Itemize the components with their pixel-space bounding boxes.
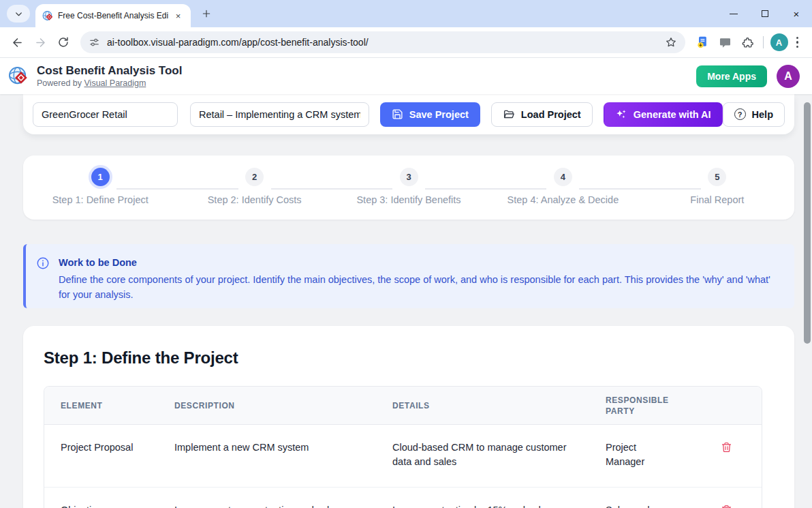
browser-window: Free Cost-Benefit Analysis Edito × × ai-… [0,0,812,508]
col-header-actions [691,399,762,413]
step-3-label: Step 3: Identify Benefits [356,194,460,205]
back-button[interactable] [5,31,29,54]
project-toolbar: Save Project Load Project Generate with … [23,94,794,134]
generate-with-ai-button[interactable]: Generate with AI [604,102,723,127]
step-2-label: Step 2: Identify Costs [208,194,302,205]
site-settings-icon[interactable] [89,37,100,48]
cell-responsible-party[interactable]: Project Manager [589,425,691,485]
browser-profile-avatar[interactable]: A [770,33,788,51]
trash-icon [721,504,732,508]
page-scrollbar[interactable] [804,102,811,344]
table-row: Project Proposal Implement a new CRM sys… [44,425,762,487]
define-project-table: ELEMENT DESCRIPTION DETAILS RESPONSIBLE … [44,386,762,508]
browser-menu-button[interactable] [792,37,807,48]
tab-close-icon[interactable]: × [172,10,184,22]
url-text[interactable]: ai-toolbox.visual-paradigm.com/app/cost-… [107,37,369,48]
stepper-step-4[interactable]: 4 Step 4: Analyze & Decide [486,168,640,220]
project-name-input[interactable] [33,102,178,127]
cell-details[interactable]: Cloud-based CRM to manage customer data … [376,425,589,485]
forward-button[interactable] [29,31,52,54]
col-header-description: DESCRIPTION [158,393,376,418]
cell-details[interactable]: Increase retention by 15%, sales by [376,488,589,508]
forward-arrow-icon [34,36,47,49]
app-header: Cost Benefit Analysis Tool Powered by Vi… [0,58,812,94]
powered-by-text: Powered by [37,78,82,88]
col-header-details: DETAILS [376,393,589,418]
cell-description[interactable]: Implement a new CRM system [158,425,376,470]
step-5-badge: 5 [708,168,726,186]
cell-description[interactable]: Improve customer retention and sales [158,488,376,508]
browser-toolbar: ai-toolbox.visual-paradigm.com/app/cost-… [0,27,812,58]
visual-paradigm-favicon [42,10,54,22]
save-project-button[interactable]: Save Project [380,102,480,127]
document-download-icon [696,35,709,49]
project-description-input[interactable] [190,102,369,127]
more-apps-button[interactable]: More Apps [696,65,767,87]
cell-element[interactable]: Project Proposal [44,425,158,470]
minimize-icon [730,14,738,14]
puzzle-icon [742,36,755,49]
save-project-label: Save Project [409,109,469,120]
load-project-label: Load Project [521,109,581,120]
step-4-label: Step 4: Analyze & Decide [507,194,619,205]
cell-element[interactable]: Objective [44,488,158,508]
user-avatar[interactable]: A [777,65,800,88]
maximize-icon [762,10,768,17]
col-header-responsible-party: RESPONSIBLE PARTY [589,388,691,423]
section-heading: Step 1: Define the Project [44,348,774,368]
browser-tab[interactable]: Free Cost-Benefit Analysis Edito × [35,4,191,27]
plus-icon [202,9,211,18]
speech-bubble-icon [719,36,732,49]
bookmark-star-button[interactable] [665,36,677,48]
generate-with-ai-label: Generate with AI [634,109,711,120]
minimize-button[interactable] [718,0,749,27]
cell-responsible-party[interactable]: Sales and [589,488,691,508]
maximize-button[interactable] [749,0,781,27]
stepper-step-1[interactable]: 1 Step 1: Define Project [23,168,177,220]
step-2-badge: 2 [245,168,264,186]
trash-icon [721,441,732,453]
delete-row-button[interactable] [691,425,762,470]
folder-open-icon [503,108,515,121]
window-controls: × [718,0,812,27]
info-icon [36,256,50,270]
table-header-row: ELEMENT DESCRIPTION DETAILS RESPONSIBLE … [44,387,762,425]
visual-paradigm-link[interactable]: Visual Paradigm [84,78,146,88]
new-tab-button[interactable] [198,5,215,23]
load-project-button[interactable]: Load Project [491,102,593,127]
download-extension-button[interactable] [691,31,714,54]
info-banner: Work to be Done Define the core componen… [23,244,794,308]
tab-search-button[interactable] [7,5,30,23]
tab-title: Free Cost-Benefit Analysis Edito [58,11,168,20]
step1-section: Step 1: Define the Project ELEMENT DESCR… [23,326,794,508]
extensions-button[interactable] [737,31,760,54]
close-icon: × [794,9,800,19]
sparkles-icon [615,108,627,121]
stepper-step-3[interactable]: 3 Step 3: Identify Benefits [332,168,486,220]
stepper: 1 Step 1: Define Project 2 Step 2: Ident… [23,155,794,220]
app-title: Cost Benefit Analysis Tool [37,64,182,78]
info-banner-body: Define the core components of your proje… [59,272,778,302]
browser-titlebar: Free Cost-Benefit Analysis Edito × × [0,0,812,27]
step-1-badge: 1 [91,168,110,186]
side-panel-button[interactable] [714,31,737,54]
reload-icon [57,36,69,48]
delete-row-button[interactable] [691,488,762,508]
step-3-badge: 3 [400,168,418,186]
save-icon [392,108,403,120]
stepper-step-5[interactable]: 5 Final Report [640,168,794,220]
app-title-block: Cost Benefit Analysis Tool Powered by Vi… [37,64,182,89]
help-label: Help [752,109,773,120]
reload-button[interactable] [52,31,75,54]
col-header-element: ELEMENT [44,393,158,418]
step-5-label: Final Report [690,194,744,205]
url-bar[interactable]: ai-toolbox.visual-paradigm.com/app/cost-… [80,31,685,53]
back-arrow-icon [11,36,24,49]
help-button[interactable]: ? Help [723,102,785,127]
star-icon [665,36,677,48]
page-content: Save Project Load Project Generate with … [0,94,812,508]
close-button[interactable]: × [781,0,812,27]
powered-by: Powered by Visual Paradigm [37,78,182,89]
stepper-step-2[interactable]: 2 Step 2: Identify Costs [177,168,331,220]
help-icon: ? [734,108,746,120]
